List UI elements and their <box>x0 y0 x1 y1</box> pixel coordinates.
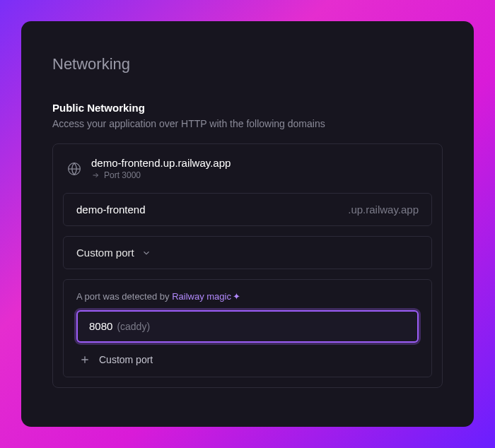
plus-icon <box>79 354 91 365</box>
detected-port-number: 8080 <box>89 320 112 332</box>
arrow-right-icon <box>91 171 100 179</box>
subdomain-input[interactable] <box>76 204 348 216</box>
domain-name: demo-frontend.up.railway.app <box>91 157 428 169</box>
detected-port-label: (caddy) <box>117 321 150 332</box>
custom-port-label: Custom port <box>99 354 153 365</box>
railway-magic-link[interactable]: Railway magic <box>172 291 231 302</box>
globe-icon <box>67 162 81 176</box>
domain-port-line: Port 3000 <box>91 170 428 180</box>
section-description: Access your application over HTTP with t… <box>52 118 443 129</box>
custom-port-button[interactable]: Custom port <box>76 343 419 367</box>
port-select-label: Custom port <box>76 247 134 259</box>
port-detection-card: A port was detected by Railway magic✦ 80… <box>63 279 432 377</box>
subdomain-suffix: .up.railway.app <box>348 204 419 216</box>
detection-message: A port was detected by Railway magic✦ <box>76 291 419 302</box>
sparkle-icon: ✦ <box>233 291 240 302</box>
chevron-down-icon <box>141 248 151 258</box>
section-title: Public Networking <box>52 102 443 114</box>
detection-prefix: A port was detected by <box>76 291 172 302</box>
port-select[interactable]: Custom port <box>63 236 432 269</box>
domain-row: demo-frontend.up.railway.app Port 3000 <box>53 144 442 193</box>
page-title: Networking <box>52 55 443 73</box>
detected-port-option[interactable]: 8080(caddy) <box>76 310 419 343</box>
subdomain-field[interactable]: .up.railway.app <box>63 193 432 226</box>
domain-card: demo-frontend.up.railway.app Port 3000 .… <box>52 143 443 388</box>
domain-info: demo-frontend.up.railway.app Port 3000 <box>91 157 428 180</box>
domain-port-label: Port 3000 <box>104 170 141 180</box>
networking-panel: Networking Public Networking Access your… <box>21 21 474 427</box>
